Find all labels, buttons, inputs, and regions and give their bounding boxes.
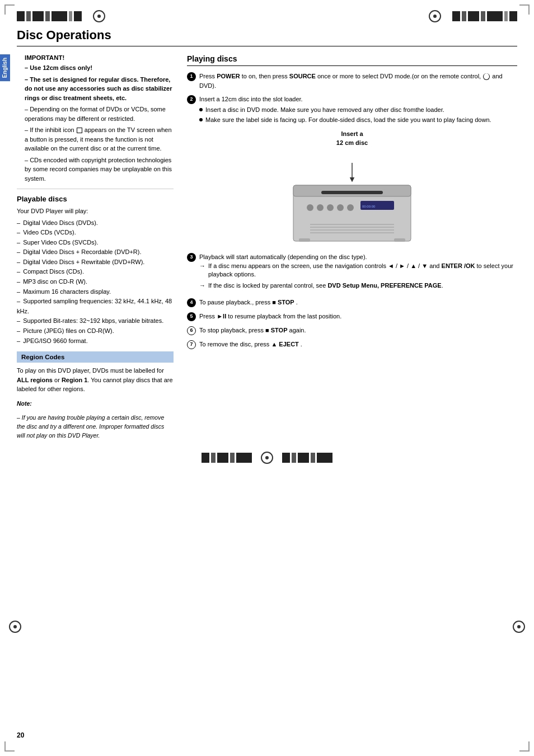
arrow-item-2: → If the disc is locked by parental cont… [199,281,517,290]
step-num-2: 2 [187,95,196,104]
step-6: 6 To stop playback, press ■ STOP again. [187,326,517,335]
inhibit-icon [77,128,82,133]
step-content-7: To remove the disc, press ▲ EJECT . [199,340,517,349]
svg-text:00:00:00: 00:00:00 [362,205,376,208]
step-content-4: To pause playback., press ■ STOP . [199,298,517,307]
svg-rect-2 [321,191,383,194]
svg-point-5 [327,204,334,211]
step-2: 2 Insert a 12cm disc into the slot loade… [187,95,517,124]
bar-seg [292,453,296,463]
arrow-text-2: If the disc is locked by parental contro… [208,281,443,290]
side-circle-left [9,621,21,633]
bullet-item-2: Make sure the label side is facing up. F… [199,116,517,124]
bar-seg [282,453,290,463]
bullet-item-1: Insert a disc in DVD mode. Make sure you… [199,106,517,114]
insert-label: Insert a 12 cm disc [285,130,419,147]
step-num-4: 4 [187,298,196,307]
device-image-container: Insert a 12 cm disc [285,130,419,247]
left-column: English IMPORTANT! – Use 12cm discs only… [17,54,174,440]
bottom-circle-center-inner [265,456,269,459]
list-item: Supported Bit-rates: 32~192 kbps, variab… [17,316,174,326]
bullet-dot [199,108,203,111]
bar-seg [298,453,309,463]
dvd-player-image: 00:00:00 [288,152,416,247]
important-section: IMPORTANT! – Use 12cm discs only! – The … [25,54,174,183]
bar-seg [317,453,332,463]
list-item: Digital Video Discs + Recordable (DVD+R)… [17,247,174,257]
bar-seg [487,11,503,21]
list-item: JPEG/ISO 9660 format. [17,336,174,346]
list-item: MP3 disc on CD-R (W). [17,277,174,287]
playable-discs-title: Playable discs [17,195,174,203]
list-item: Compact Discs (CDs). [17,267,174,277]
playable-discs-intro: Your DVD Player will play: [17,206,174,216]
step-3: 3 Playback will start automatically (dep… [187,252,517,293]
bar-seg [17,11,25,21]
main-content: Disc Operations English IMPORTANT! – Use… [0,28,534,440]
left-bar-pattern [17,11,82,21]
page-title: Disc Operations [17,28,517,46]
list-item: Maximum 16 characters display. [17,287,174,297]
step-num-1: 1 [187,72,196,81]
playing-discs-title: Playing discs [187,54,517,66]
step-num-7: 7 [187,340,196,349]
bullet-text-2: Make sure the label side is facing up. F… [205,116,491,124]
bottom-bar-pattern-right [282,453,332,463]
list-item: Supported sampling frequencies: 32 kHz, … [17,297,174,316]
bar-seg [74,11,82,21]
note-label: Note: [17,400,174,408]
bar-seg [32,11,44,21]
bar-seg [202,453,209,463]
top-circle-left [93,10,105,22]
important-item-1: – The set is designed for regular discs.… [25,75,174,103]
note-text: – If you are having trouble playing a ce… [17,414,174,440]
arrow-sym-1: → [199,262,205,270]
bottom-circle-center [261,452,273,464]
bar-seg [481,11,485,21]
important-item-0: – Use 12cm discs only! [25,63,174,73]
bar-seg [504,11,508,21]
step-1: 1 Press POWER to on, then press SOURCE o… [187,72,517,90]
bar-seg [462,11,466,21]
bar-seg [311,453,315,463]
right-column: Playing discs 1 Press POWER to on, then … [187,54,517,440]
bullet-dot-2 [199,118,203,121]
side-circle-left-inner [13,625,17,628]
step-5: 5 Press ►II to resume playback from the … [187,312,517,321]
svg-rect-14 [299,238,310,242]
list-item: Video CDs (VCDs). [17,228,174,238]
step-content-2: Insert a 12cm disc into the slot loader.… [199,95,517,124]
list-item: Digital Video Discs (DVDs). [17,218,174,228]
playable-discs-section: Playable discs Your DVD Player will play… [17,195,174,346]
side-circle-right-inner [517,625,521,628]
dvd-player-svg: 00:00:00 [288,152,416,247]
bottom-bar [0,452,534,464]
top-circle-inner-right [433,15,437,18]
bottom-bar-pattern [202,453,252,463]
bar-seg [26,11,31,21]
insert-label-line1: Insert a [341,130,363,137]
list-item: Digital Video Discs + Rewritable (DVD+RW… [17,257,174,267]
top-circle-inner-left [97,15,101,18]
bar-seg [236,453,252,463]
region-codes-title: Region Codes [21,354,64,360]
top-bar [0,0,534,22]
bullet-text-1: Insert a disc in DVD mode. Make sure you… [205,106,444,114]
bar-seg [51,11,67,21]
important-item-2: – Depending on the format of DVDs or VCD… [25,105,174,123]
step-content-1: Press POWER to on, then press SOURCE onc… [199,72,517,90]
svg-point-6 [337,204,344,211]
page-number: 20 [17,731,24,739]
right-bar-pattern [452,11,517,21]
region-codes-box: Region Codes [17,351,174,363]
arrow-item-1: → If a disc menu appears on the screen, … [199,262,517,279]
corner-mark-bl [4,741,15,752]
bar-seg [211,453,216,463]
step-content-6: To stop playback, press ■ STOP again. [199,326,517,335]
top-circle-right [429,10,441,22]
corner-mark-tl [4,4,15,15]
step-num-5: 5 [187,312,196,321]
svg-point-4 [317,204,324,211]
svg-point-7 [347,204,354,211]
power-icon [483,73,490,80]
